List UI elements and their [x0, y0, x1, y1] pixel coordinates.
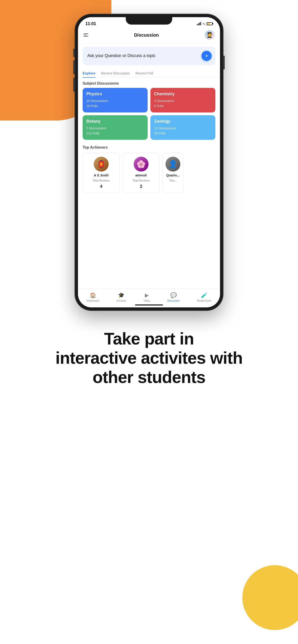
- page-title: Discussion: [134, 32, 159, 38]
- signal-bar-3: [199, 23, 200, 25]
- subject-card-physics[interactable]: Physics 10 Discussions 18 Polls: [83, 88, 148, 112]
- power-button: [223, 56, 225, 70]
- subjects-grid: Physics 10 Discussions 18 Polls Chemistr…: [78, 88, 220, 140]
- discussion-label: Discussion: [167, 299, 180, 302]
- bottom-text-section: Take part in interactive activites with …: [0, 311, 298, 410]
- battery-fill: [207, 23, 210, 24]
- status-icons: ∿: [197, 22, 213, 26]
- physics-discussions: 10 Discussions: [86, 98, 144, 104]
- achiever-name-3: Quarin...: [166, 174, 180, 177]
- app-header: Discussion 🧑‍🎓: [78, 28, 220, 43]
- headline-line2: interactive activites with: [56, 349, 242, 367]
- bottom-headline: Take part in interactive activites with …: [14, 329, 284, 387]
- volume-up-button: [73, 60, 75, 74]
- chemistry-name: Chemistry: [154, 92, 212, 96]
- achiever-avatar-3: 👤: [165, 157, 180, 172]
- tabs-container: Explore Recent Discussion Recent Poll: [78, 69, 220, 78]
- courses-label: Courses: [117, 299, 126, 302]
- bg-decoration-yellow: [242, 565, 298, 630]
- achiever-card-2[interactable]: 🌸 amresh Total Reviews 2: [123, 153, 160, 193]
- nav-item-dashboard[interactable]: 🏠 Dashboard: [87, 292, 99, 302]
- signal-bar-1: [197, 24, 197, 25]
- courses-icon: 🎓: [118, 292, 124, 298]
- nav-item-model-exam[interactable]: 🧪 Model Exam: [197, 292, 211, 302]
- chemistry-polls: 6 Polls: [154, 104, 212, 108]
- achiever-card-3[interactable]: 👤 Quarin... Tota...: [162, 153, 183, 193]
- signal-bars-icon: [197, 22, 201, 25]
- dashboard-icon: 🏠: [90, 292, 96, 298]
- dashboard-label: Dashboard: [87, 299, 99, 302]
- nav-item-video[interactable]: ▶ Video: [143, 292, 150, 302]
- model-exam-icon: 🧪: [201, 292, 207, 298]
- zoology-discussions: 11 Discussions: [154, 126, 212, 131]
- subject-card-zoology[interactable]: Zoology 11 Discussions 30 Polls: [150, 115, 215, 140]
- screen-content: Discussion 🧑‍🎓 Ask your Question or Disc…: [78, 28, 220, 300]
- achiever-label-1: Total Reviews: [93, 179, 110, 182]
- nav-item-courses[interactable]: 🎓 Courses: [117, 292, 126, 302]
- botany-name: Botany: [86, 119, 144, 124]
- notch: [126, 17, 172, 24]
- volume-down-button: [73, 78, 75, 92]
- achiever-count-1: 4: [100, 184, 102, 189]
- achiever-count-2: 2: [140, 184, 142, 189]
- achiever-name-2: amresh: [135, 174, 147, 177]
- wifi-icon: ∿: [202, 22, 205, 26]
- tab-recent-poll[interactable]: Recent Poll: [135, 69, 153, 78]
- ask-card-text: Ask your Question or Discuss a topic: [87, 53, 155, 59]
- tab-explore[interactable]: Explore: [83, 69, 95, 78]
- ask-question-card[interactable]: Ask your Question or Discuss a topic +: [83, 46, 215, 65]
- signal-bar-2: [198, 24, 199, 25]
- silent-button: [73, 49, 75, 57]
- video-icon: ▶: [145, 292, 149, 298]
- subjects-section-title: Subject Discussions: [78, 78, 220, 88]
- hamburger-line-2: [84, 35, 87, 35]
- achiever-avatar-2: 🌸: [134, 157, 149, 172]
- home-indicator: [135, 304, 163, 306]
- achiever-card-1[interactable]: 🏮 A S Joshi Total Reviews 4: [83, 153, 120, 193]
- chemistry-discussions: 3 Discussions: [154, 98, 212, 104]
- physics-polls: 18 Polls: [86, 104, 144, 108]
- signal-bar-4: [200, 22, 201, 25]
- model-exam-label: Model Exam: [197, 299, 211, 302]
- battery-icon: [207, 22, 213, 25]
- zoology-name: Zoology: [154, 119, 212, 124]
- phone-wrapper: 11:01 ∿: [0, 0, 298, 311]
- phone-container: 11:01 ∿: [75, 14, 223, 311]
- zoology-polls: 30 Polls: [154, 131, 212, 136]
- video-label: Video: [143, 299, 150, 302]
- achievers-section: Top Achievers 🏮 A S Joshi Total Reviews …: [78, 142, 220, 196]
- subject-card-chemistry[interactable]: Chemistry 3 Discussions 6 Polls: [150, 88, 215, 112]
- nav-item-discussion[interactable]: 💬 Discussion: [167, 292, 180, 302]
- tab-recent-discussion[interactable]: Recent Discussion: [101, 69, 130, 78]
- hamburger-menu-button[interactable]: [84, 34, 88, 37]
- physics-name: Physics: [86, 92, 144, 96]
- botany-polls: 213 Polls: [86, 131, 144, 136]
- headline-line3: other students: [93, 368, 205, 386]
- headline-line1: Take part in: [104, 330, 194, 348]
- phone-frame: 11:01 ∿: [75, 14, 223, 311]
- status-time: 11:01: [85, 21, 96, 26]
- subject-card-botany[interactable]: Botany 5 Discussions 213 Polls: [83, 115, 148, 140]
- achievers-scroll: 🏮 A S Joshi Total Reviews 4 🌸 amresh Tot…: [78, 152, 220, 196]
- add-question-button[interactable]: +: [201, 51, 212, 61]
- achiever-avatar-1: 🏮: [94, 157, 109, 172]
- achiever-label-3: Tota...: [169, 179, 177, 182]
- achiever-name-1: A S Joshi: [94, 174, 108, 177]
- phone-screen: 11:01 ∿: [78, 17, 220, 308]
- achievers-section-title: Top Achievers: [78, 142, 220, 152]
- hamburger-line-1: [84, 34, 88, 34]
- hamburger-line-3: [84, 36, 88, 37]
- avatar[interactable]: 🧑‍🎓: [205, 30, 214, 40]
- botany-discussions: 5 Discussions: [86, 126, 144, 131]
- discussion-icon: 💬: [170, 292, 177, 298]
- bottom-spacer: [78, 196, 220, 200]
- achiever-label-2: Total Reviews: [133, 179, 150, 182]
